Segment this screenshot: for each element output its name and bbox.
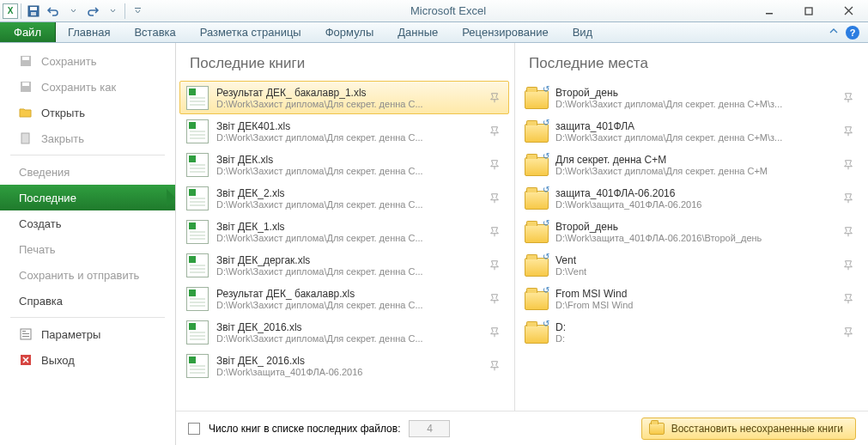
recent-count-checkbox[interactable] (188, 423, 200, 435)
excel-file-icon (184, 320, 211, 344)
pin-icon[interactable] (838, 326, 859, 338)
qat-customize-icon[interactable] (128, 2, 147, 21)
recent-places-column: Последние места Второй_деньD:\Work\Захис… (515, 43, 868, 411)
redo-icon[interactable] (83, 2, 102, 21)
tab-home[interactable]: Главная (56, 22, 122, 42)
nav-help[interactable]: Справка (0, 288, 175, 314)
svg-rect-9 (22, 82, 29, 86)
window-controls (750, 0, 868, 22)
nav-label: Сведения (19, 166, 70, 179)
pin-icon[interactable] (484, 326, 505, 338)
pin-icon[interactable] (838, 293, 859, 305)
folder-icon (523, 187, 550, 210)
restore-unsaved-button[interactable]: Восстановить несохраненные книги (641, 418, 856, 440)
recent-book-item[interactable]: Результат ДЕК_ бакалавр_1.xlsD:\Work\Зах… (179, 81, 509, 114)
file-path: D:\Work\Захист диплома\Для секрет. денна… (216, 266, 484, 277)
place-name: Vent (555, 254, 838, 266)
title-bar: X Microsoft Excel (0, 0, 868, 22)
pin-icon[interactable] (838, 159, 859, 171)
close-button[interactable] (829, 0, 868, 22)
place-path: D: (555, 333, 838, 344)
folder-icon (523, 288, 550, 310)
file-name: Звіт ДЕК_2.xls (216, 187, 484, 199)
recent-place-item[interactable]: Второй_деньD:\Work\Захист диплома\Для се… (519, 81, 863, 114)
recent-count-label: Число книг в списке последних файлов: (209, 423, 400, 435)
quick-access-toolbar: X (0, 2, 147, 21)
recent-place-item[interactable]: Для секрет. денна С+МD:\Work\Захист дипл… (519, 148, 863, 181)
recent-book-item[interactable]: Звіт ДЕК.xlsD:\Work\Захист диплома\Для с… (179, 148, 509, 181)
nav-close[interactable]: Закрыть (0, 125, 175, 151)
nav-recent[interactable]: Последние (0, 185, 175, 210)
file-path: D:\Work\Захист диплома\Для секрет. денна… (216, 233, 484, 243)
nav-exit[interactable]: Выход (0, 347, 175, 373)
folder-icon (523, 120, 550, 143)
pin-icon[interactable] (484, 192, 505, 204)
pin-icon[interactable] (838, 92, 859, 104)
recent-count-input[interactable]: 4 (409, 420, 450, 437)
minimize-button[interactable] (750, 0, 789, 22)
pin-icon[interactable] (484, 293, 505, 305)
nav-save[interactable]: Сохранить (0, 48, 175, 74)
tab-formulas[interactable]: Формулы (313, 22, 386, 42)
pin-icon[interactable] (484, 360, 505, 372)
pin-icon[interactable] (484, 259, 505, 271)
excel-file-icon (184, 153, 211, 177)
recent-place-item[interactable]: VentD:\Vent (519, 248, 863, 282)
nav-label: Выход (41, 354, 75, 367)
tab-review[interactable]: Рецензирование (450, 22, 560, 42)
file-path: D:\Work\защита_401ФЛА-06.2016 (216, 367, 484, 377)
pin-icon[interactable] (838, 192, 859, 204)
pin-icon[interactable] (484, 92, 505, 104)
tab-page-layout[interactable]: Разметка страницы (188, 22, 313, 42)
nav-label: Сохранить (41, 55, 97, 68)
recent-book-item[interactable]: Звіт ДЕК_ 2016.xlsD:\Work\защита_401ФЛА-… (179, 349, 509, 382)
recent-place-item[interactable]: защита_401ФЛАD:\Work\Захист диплома\Для … (519, 114, 863, 148)
nav-info[interactable]: Сведения (0, 159, 175, 185)
tab-data[interactable]: Данные (385, 22, 450, 42)
save-icon[interactable] (24, 2, 43, 21)
pin-icon[interactable] (484, 159, 505, 171)
help-icon[interactable]: ? (846, 26, 859, 40)
nav-open[interactable]: Открыть (0, 100, 175, 125)
undo-icon[interactable] (44, 2, 63, 21)
recent-place-item[interactable]: Второй_деньD:\Work\защита_401ФЛА-06.2016… (519, 215, 863, 248)
nav-share[interactable]: Сохранить и отправить (0, 262, 175, 288)
nav-save-as[interactable]: Сохранить как (0, 74, 175, 100)
svg-rect-7 (22, 57, 29, 60)
nav-print[interactable]: Печать (0, 236, 175, 262)
place-name: защита_401ФЛА (555, 120, 838, 132)
recent-place-item[interactable]: защита_401ФЛА-06.2016D:\Work\защита_401Ф… (519, 181, 863, 215)
file-path: D:\Work\Захист диплома\Для секрет. денна… (216, 333, 484, 344)
place-path: D:\Work\Захист диплома\Для секрет. денна… (555, 166, 838, 176)
ribbon-minimize-icon[interactable] (829, 26, 839, 39)
folder-icon (523, 154, 550, 176)
pin-icon[interactable] (838, 226, 859, 238)
excel-file-icon (184, 220, 211, 244)
recent-book-item[interactable]: Звіт ДЕК401.xlsD:\Work\Захист диплома\Дл… (179, 114, 509, 148)
pin-icon[interactable] (838, 125, 859, 137)
file-name: Результат ДЕК_ бакалавр_1.xls (216, 87, 484, 99)
recent-book-item[interactable]: Звіт ДЕК_1.xlsD:\Work\Захист диплома\Для… (179, 215, 509, 248)
maximize-button[interactable] (789, 0, 829, 22)
excel-logo-icon[interactable]: X (3, 3, 18, 19)
nav-options[interactable]: Параметры (0, 321, 175, 347)
recent-book-item[interactable]: Звіт ДЕК_2016.xlsD:\Work\Захист диплома\… (179, 315, 509, 349)
tab-file[interactable]: Файл (0, 22, 56, 42)
place-name: From MSI Wind (555, 288, 838, 300)
undo-dropdown-icon[interactable] (64, 2, 82, 21)
recent-book-item[interactable]: Звіт ДЕК_дергак.xlsD:\Work\Захист диплом… (179, 248, 509, 282)
restore-label: Восстановить несохраненные книги (671, 423, 843, 435)
tab-view[interactable]: Вид (561, 22, 605, 42)
recent-book-item[interactable]: Звіт ДЕК_2.xlsD:\Work\Захист диплома\Для… (179, 181, 509, 215)
redo-dropdown-icon[interactable] (103, 2, 122, 21)
tab-insert[interactable]: Вставка (122, 22, 187, 42)
nav-new[interactable]: Создать (0, 210, 175, 236)
nav-label: Справка (19, 295, 63, 308)
recent-place-item[interactable]: D:D: (519, 315, 863, 349)
pin-icon[interactable] (838, 259, 859, 271)
place-name: Второй_день (555, 87, 838, 99)
pin-icon[interactable] (484, 125, 505, 137)
recent-place-item[interactable]: From MSI WindD:\From MSI Wind (519, 282, 863, 315)
pin-icon[interactable] (484, 226, 505, 238)
recent-book-item[interactable]: Результат ДЕК_ бакалавр.xlsD:\Work\Захис… (179, 282, 509, 315)
